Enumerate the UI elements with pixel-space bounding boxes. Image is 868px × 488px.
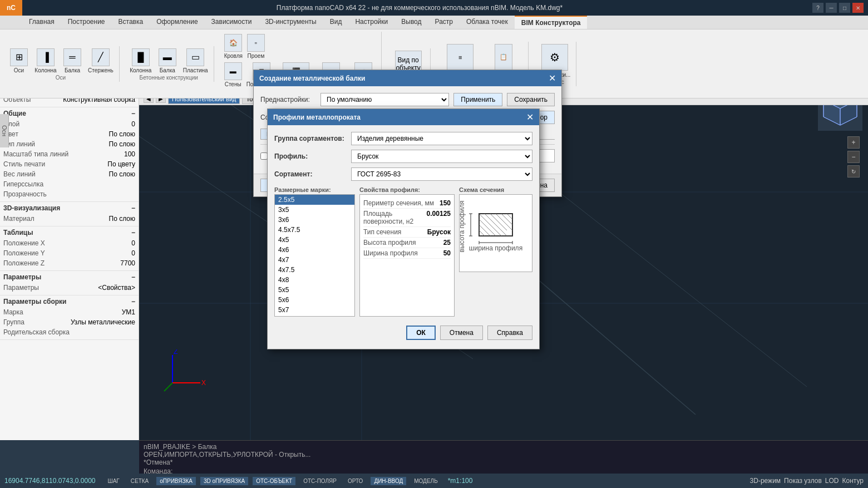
status-ots-polyar[interactable]: ОТС-ПОЛЯР xyxy=(300,477,340,485)
status-oprivyazka[interactable]: оПРИВЯЗКА xyxy=(156,477,196,485)
status-coords: 16904.7746,8110.0743,0.0000 xyxy=(4,477,96,485)
profiles-cancel-btn[interactable]: Отмена xyxy=(440,326,483,340)
size-item[interactable]: 3x5 xyxy=(275,205,354,215)
prop-row: Периметр сечения, мм150 xyxy=(363,198,451,209)
title-bar: Платформа nanoCAD x64 22 - не для коммер… xyxy=(0,0,868,16)
status-contour[interactable]: Контур xyxy=(842,477,864,485)
help-btn[interactable]: ? xyxy=(812,3,823,13)
ribbon-btn-kolonna1[interactable]: ▐ Колонна xyxy=(33,47,58,75)
nav-controls: + − ↻ xyxy=(847,136,860,178)
ribbon-btn-plastina[interactable]: ▭ Пластина xyxy=(182,47,209,75)
profiles-close-btn[interactable]: ✕ xyxy=(526,112,534,122)
size-item[interactable]: 5x7.5 xyxy=(275,315,354,317)
status-lod[interactable]: LOD xyxy=(825,477,839,485)
sizes-list[interactable]: 2.5x53x53x64.5x7.54x54x64x74x7.54x85x55x… xyxy=(274,194,355,317)
ribbon-btn-sterzhen[interactable]: ╱ Стержень xyxy=(87,47,115,75)
side-panel-label: Осн xyxy=(0,114,9,147)
status-model[interactable]: МОДЕЛЬ xyxy=(411,477,441,485)
svg-line-39 xyxy=(490,230,496,236)
ribbon-btn-balka1[interactable]: ═ Балка xyxy=(60,47,85,75)
size-item[interactable]: 4x5 xyxy=(275,235,354,245)
status-shag[interactable]: ШАГ xyxy=(105,477,123,485)
size-item[interactable]: 4x6 xyxy=(275,245,354,255)
tab-clouds[interactable]: Облака точек xyxy=(460,16,515,29)
size-item[interactable]: 4.5x7.5 xyxy=(275,225,354,235)
orbit-btn[interactable]: ↻ xyxy=(847,165,860,178)
svg-line-34 xyxy=(496,225,501,230)
ribbon-btn-balka2[interactable]: ▬ Балка xyxy=(155,47,180,75)
tab-nastroyki[interactable]: Настройки xyxy=(348,16,394,29)
props-col: Свойства профиля: Периметр сечения, мм15… xyxy=(359,185,455,317)
ribbon-btn-kolonna2[interactable]: ▐▌ Колонна xyxy=(129,47,153,75)
tab-vyvod[interactable]: Вывод xyxy=(394,16,428,29)
svg-line-26 xyxy=(485,219,490,225)
size-item[interactable]: 3x6 xyxy=(275,215,354,225)
size-item[interactable]: 5x5 xyxy=(275,285,354,295)
window-title: Платформа nanoCAD x64 22 - не для коммер… xyxy=(27,4,812,12)
svg-line-35 xyxy=(501,225,507,230)
minimize-btn[interactable]: ─ xyxy=(826,3,837,13)
ribbon-btn-steny[interactable]: ▬ Стены xyxy=(223,61,243,88)
status-3d-mode[interactable]: 3D-режим xyxy=(750,477,781,485)
tab-oformlenie[interactable]: Оформление xyxy=(150,16,204,29)
sortament-row: Сортамент: ГОСТ 2695-83 xyxy=(274,167,532,181)
tab-vstavka[interactable]: Вставка xyxy=(112,16,150,29)
profile-row: Профиль: Брусок xyxy=(274,150,532,163)
maximize-btn[interactable]: □ xyxy=(839,3,850,13)
sortament-select[interactable]: ГОСТ 2695-83 xyxy=(351,167,532,181)
tab-glavnaya[interactable]: Главная xyxy=(22,16,61,29)
tab-3d-tools[interactable]: 3D-инструменты xyxy=(258,16,323,29)
dialog-metal-beam-close[interactable]: ✕ xyxy=(549,73,556,83)
svg-line-27 xyxy=(490,219,496,225)
command-line: nBIM_PBAJIKE > Балка OPEN,ИМПОРТА,ОТКРЫТ… xyxy=(139,440,868,474)
presets-select[interactable]: По умолчанию xyxy=(320,93,449,106)
close-btn[interactable]: ✕ xyxy=(852,3,864,13)
size-item[interactable]: 4x8 xyxy=(275,275,354,285)
tab-rastr[interactable]: Растр xyxy=(428,16,460,29)
svg-line-20 xyxy=(485,214,490,219)
svg-line-22 xyxy=(496,214,501,219)
ribbon-btn-osi[interactable]: ⊞ Оси xyxy=(7,47,31,75)
axis-indicator: Z X xyxy=(161,349,206,396)
group-select[interactable]: Изделия деревянные xyxy=(351,132,532,145)
group-row: Группа сортаментов: Изделия деревянные xyxy=(274,132,532,145)
size-item[interactable]: 4x7 xyxy=(275,255,354,265)
prop-row: Площадь поверхности, н20.00125 xyxy=(363,209,451,227)
size-item[interactable]: 5x7 xyxy=(275,305,354,315)
svg-line-30 xyxy=(507,219,512,225)
size-item[interactable]: 2.5x5 xyxy=(275,195,354,205)
svg-line-41 xyxy=(501,230,507,236)
status-bar: 16904.7746,8110.0743,0.0000 ШАГ СЕТКА оП… xyxy=(0,474,868,488)
profiles-ok-btn[interactable]: ОК xyxy=(406,326,436,340)
tab-zavisimosti[interactable]: Зависимости xyxy=(205,16,259,29)
svg-line-28 xyxy=(496,219,501,225)
presets-apply-btn[interactable]: Применить xyxy=(453,93,502,106)
status-orto[interactable]: ОРТО xyxy=(344,477,366,485)
profiles-help-btn[interactable]: Справка xyxy=(487,326,532,340)
svg-line-24 xyxy=(507,214,512,219)
status-setka[interactable]: СЕТКА xyxy=(127,477,152,485)
zoom-out-btn[interactable]: − xyxy=(847,151,860,163)
size-item[interactable]: 4x7.5 xyxy=(275,265,354,275)
status-show-nodes[interactable]: Показ узлов xyxy=(784,477,822,485)
presets-save-btn[interactable]: Сохранить xyxy=(507,93,555,106)
sizes-col: Размерные марки: 2.5x53x53x64.5x7.54x54x… xyxy=(274,185,355,317)
ribbon-btn-proem[interactable]: ▫ Проем xyxy=(246,33,266,60)
svg-text:высота профиля: высота профиля xyxy=(460,201,466,253)
ribbon-group-concrete: ▐▌ Колонна ▬ Балка ▭ Пластина Бетонные к… xyxy=(124,46,214,82)
profile-select[interactable]: Брусок xyxy=(351,150,532,163)
tab-postroenie[interactable]: Построение xyxy=(61,16,112,29)
size-item[interactable]: 5x6 xyxy=(275,295,354,305)
zoom-in-btn[interactable]: + xyxy=(847,136,860,149)
ribbon-btn-krovlya[interactable]: 🏠 Кровля xyxy=(223,33,244,60)
prop-row: Тип сеченияБрусок xyxy=(363,227,451,238)
status-dyn-input[interactable]: ДИН-ВВОД xyxy=(371,477,406,485)
tab-bim[interactable]: BIM Конструктора xyxy=(515,16,588,29)
status-scale: *m1:100 xyxy=(448,477,473,485)
svg-line-25 xyxy=(479,219,485,225)
svg-line-40 xyxy=(496,230,501,236)
svg-line-23 xyxy=(501,214,507,219)
tab-vid[interactable]: Вид xyxy=(323,16,349,29)
status-ots-object[interactable]: ОТС-ОБЪЕКТ xyxy=(253,477,295,485)
status-3d-oprivyazka[interactable]: 3D оПРИВЯЗКА xyxy=(200,477,248,485)
